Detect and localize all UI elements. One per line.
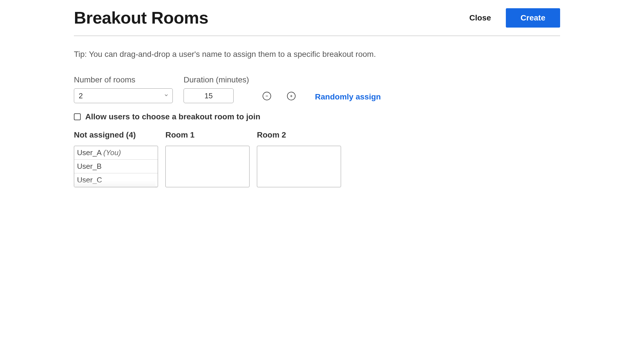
room1-listbox[interactable]	[165, 146, 250, 187]
room2-column: Room 2	[257, 130, 341, 187]
page-title: Breakout Rooms	[74, 8, 208, 28]
random-assign-button[interactable]: Randomly assign	[315, 92, 381, 101]
duration-label: Duration (minutes)	[184, 75, 249, 84]
room2-header: Room 2	[257, 130, 341, 140]
duration-steppers	[263, 92, 296, 100]
not-assigned-header: Not assigned (4)	[74, 130, 158, 140]
allow-choose-row: Allow users to choose a breakout room to…	[74, 112, 560, 121]
user-name: User_C	[77, 176, 102, 184]
duration-input[interactable]	[184, 88, 234, 103]
allow-choose-checkbox[interactable]	[74, 113, 81, 120]
not-assigned-listbox[interactable]: User_A (You) User_B User_C	[74, 146, 158, 187]
dialog-header: Breakout Rooms Close Create	[74, 8, 560, 36]
user-item[interactable]: User_B	[74, 160, 158, 173]
plus-icon	[289, 94, 293, 98]
header-actions: Close Create	[469, 8, 560, 28]
you-suffix: (You)	[103, 148, 121, 157]
close-button[interactable]: Close	[469, 13, 491, 22]
user-name: User_B	[77, 162, 102, 170]
increment-button[interactable]	[287, 92, 296, 100]
rooms-select[interactable]	[74, 88, 173, 103]
not-assigned-column: Not assigned (4) User_A (You) User_B Use…	[74, 130, 158, 187]
rooms-label: Number of rooms	[74, 75, 173, 84]
minus-icon	[265, 94, 269, 98]
user-item[interactable]: User_C	[74, 173, 158, 187]
rooms-select-wrap	[74, 88, 173, 103]
breakout-rooms-dialog: Breakout Rooms Close Create Tip: You can…	[0, 0, 634, 187]
room1-column: Room 1	[165, 130, 250, 187]
rooms-control: Number of rooms	[74, 75, 173, 103]
user-name: User_A	[77, 148, 101, 157]
room2-listbox[interactable]	[257, 146, 341, 187]
decrement-button[interactable]	[263, 92, 271, 100]
tip-text: Tip: You can drag-and-drop a user's name…	[74, 50, 560, 59]
user-item[interactable]: User_A (You)	[74, 146, 158, 160]
room1-header: Room 1	[165, 130, 250, 140]
create-button[interactable]: Create	[506, 8, 560, 28]
allow-choose-label: Allow users to choose a breakout room to…	[85, 112, 260, 121]
controls-row: Number of rooms Duration (minutes)	[74, 75, 560, 103]
duration-control: Duration (minutes)	[184, 75, 249, 103]
rooms-row: Not assigned (4) User_A (You) User_B Use…	[74, 130, 560, 187]
